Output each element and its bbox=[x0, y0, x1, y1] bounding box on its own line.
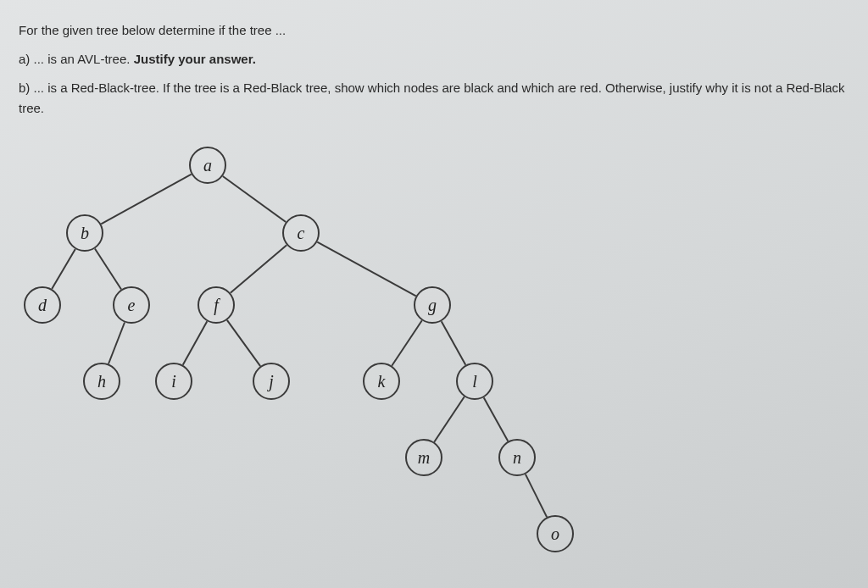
node-f: f bbox=[198, 286, 235, 324]
node-label: e bbox=[128, 296, 136, 315]
edge-f-j bbox=[227, 320, 260, 366]
edge-l-m bbox=[434, 397, 465, 441]
node-label: n bbox=[513, 448, 521, 468]
node-label: m bbox=[418, 448, 430, 468]
part-a-bold: Justify your answer. bbox=[134, 52, 256, 66]
node-label: k bbox=[378, 372, 386, 391]
edge-g-l bbox=[442, 321, 466, 365]
node-h: h bbox=[83, 363, 120, 400]
node-n: n bbox=[498, 439, 536, 476]
edge-a-c bbox=[223, 176, 286, 222]
node-label: g bbox=[428, 296, 437, 315]
edge-c-g bbox=[317, 242, 415, 297]
edge-n-o bbox=[526, 474, 547, 518]
node-c: c bbox=[282, 214, 320, 252]
node-o: o bbox=[537, 515, 574, 552]
node-label: f bbox=[214, 296, 219, 315]
node-j: j bbox=[253, 363, 290, 400]
tree-edges bbox=[0, 136, 868, 588]
edge-g-k bbox=[392, 320, 422, 365]
question-part-b: b) ... is a Red-Black-tree. If the tree … bbox=[19, 78, 849, 119]
node-label: d bbox=[38, 296, 47, 315]
node-label: h bbox=[97, 372, 106, 391]
part-a-prefix: a) ... is an AVL-tree. bbox=[19, 52, 134, 66]
node-label: c bbox=[298, 224, 305, 243]
node-label: a bbox=[203, 156, 212, 175]
edge-b-d bbox=[52, 249, 75, 289]
tree-diagram: abcdefghijklmno bbox=[0, 136, 868, 588]
edge-e-h bbox=[108, 323, 125, 364]
node-m: m bbox=[405, 439, 442, 476]
edge-b-e bbox=[95, 248, 121, 289]
node-b: b bbox=[66, 214, 103, 252]
question-intro: For the given tree below determine if th… bbox=[19, 20, 849, 41]
node-label: l bbox=[472, 372, 477, 391]
node-a: a bbox=[189, 147, 226, 184]
node-g: g bbox=[414, 286, 451, 324]
question-block: For the given tree below determine if th… bbox=[19, 20, 849, 119]
edge-l-n bbox=[484, 397, 509, 441]
edge-c-f bbox=[231, 245, 287, 293]
edge-a-b bbox=[101, 175, 191, 225]
node-d: d bbox=[24, 286, 61, 324]
node-i: i bbox=[155, 363, 192, 400]
node-e: e bbox=[113, 286, 150, 324]
question-part-a: a) ... is an AVL-tree. Justify your answ… bbox=[19, 49, 849, 69]
node-l: l bbox=[456, 363, 493, 400]
node-label: b bbox=[81, 224, 89, 243]
edge-f-i bbox=[183, 321, 208, 365]
page: For the given tree below determine if th… bbox=[0, 0, 868, 588]
node-k: k bbox=[363, 363, 400, 400]
node-label: o bbox=[551, 524, 559, 544]
node-label: i bbox=[171, 372, 176, 391]
node-label: j bbox=[269, 372, 274, 391]
